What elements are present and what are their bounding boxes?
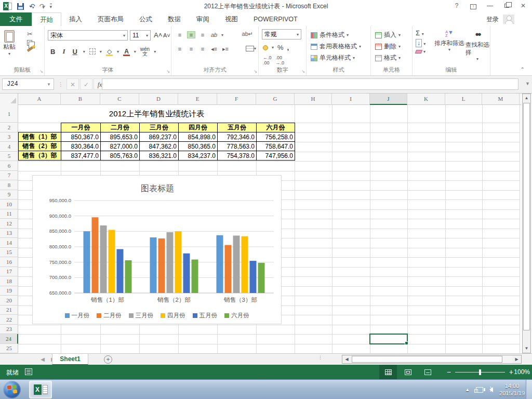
vertical-scrollbar[interactable]: ▲ ▼	[522, 94, 531, 353]
row-header-10[interactable]: 10	[0, 200, 18, 209]
copy-icon[interactable]	[27, 40, 32, 46]
zoom-slider-thumb[interactable]	[479, 369, 481, 375]
value-cell[interactable]: 792,346.0	[218, 132, 257, 142]
month-header-cell[interactable]: 六月份	[257, 123, 295, 132]
tab-file[interactable]: 文件	[0, 12, 32, 26]
restore-icon[interactable]	[500, 1, 513, 10]
find-select-button[interactable]: ●● 查找和选择 ▾	[466, 30, 489, 61]
row-header-17[interactable]: 17	[0, 267, 18, 277]
show-hidden-icons-icon[interactable]: ▲	[465, 387, 470, 392]
autosum-button[interactable]: Σ ▾	[416, 29, 425, 37]
sign-in-label[interactable]: 登录	[486, 15, 499, 24]
accounting-format-icon[interactable]	[263, 45, 268, 50]
row-header-7[interactable]: 7	[0, 171, 18, 181]
increase-decimal-icon[interactable]: ←.0.00	[263, 55, 272, 65]
shrink-font-icon[interactable]: A˅	[163, 32, 170, 38]
horizontal-scroll-thumb[interactable]	[352, 356, 502, 363]
cell-styles-button[interactable]: 单元格样式▾	[311, 53, 361, 63]
row-header-19[interactable]: 19	[0, 286, 18, 296]
dialog-launcher-icon[interactable]: ↘	[166, 69, 170, 74]
top-align-icon[interactable]: ≡	[176, 32, 184, 38]
scroll-right-icon[interactable]: ▶	[512, 355, 521, 363]
grow-font-icon[interactable]: A˄	[154, 31, 162, 39]
show-desktop-button[interactable]	[526, 380, 532, 399]
font-name-select[interactable]: 宋体▾	[48, 30, 128, 41]
data-table[interactable]: 一月份二月份三月份四月份五月份六月份销售（1）部850,367.0895,653…	[18, 123, 295, 161]
value-cell[interactable]: 747,956.0	[257, 151, 295, 161]
month-header-cell[interactable]: 五月份	[218, 123, 257, 132]
value-cell[interactable]: 756,258.0	[257, 132, 295, 142]
network-icon[interactable]	[476, 387, 483, 393]
close-icon[interactable]: ✕	[516, 1, 530, 10]
format-painter-icon[interactable]	[27, 46, 34, 52]
fill-color-icon[interactable]: ◇	[106, 48, 113, 55]
dialog-launcher-icon[interactable]: ↘	[39, 69, 43, 74]
value-cell[interactable]: 895,653.0	[101, 132, 140, 142]
sheet-tab-sheet1[interactable]: Sheet1	[52, 354, 88, 365]
zoom-slider[interactable]	[455, 372, 505, 373]
align-left-icon[interactable]: ≡	[176, 46, 184, 52]
scroll-up-icon[interactable]: ▲	[523, 94, 530, 102]
avatar[interactable]	[503, 15, 514, 24]
value-cell[interactable]: 834,237.0	[179, 151, 218, 161]
row-header-12[interactable]: 12	[0, 219, 18, 229]
align-center-icon[interactable]: ≡	[187, 46, 195, 52]
enter-icon[interactable]: ✓	[80, 78, 92, 90]
insert-cells-button[interactable]: 插入▾	[375, 30, 401, 40]
decrease-indent-icon[interactable]: ◂≡	[210, 46, 218, 52]
chevron-down-icon[interactable]: ▾	[134, 49, 136, 54]
row-header-15[interactable]: 15	[0, 248, 18, 258]
taskbar-clock[interactable]: 14:00 2015/1/19	[499, 382, 525, 397]
zoom-in-icon[interactable]: +	[509, 365, 513, 379]
sheet-grid[interactable]: 1234567891011121314151617181920212223242…	[0, 105, 521, 353]
column-header-F[interactable]: F	[217, 94, 256, 105]
italic-icon[interactable]: I	[61, 47, 66, 56]
value-cell[interactable]: 854,898.0	[179, 132, 218, 142]
column-header-E[interactable]: E	[178, 94, 217, 105]
phonetic-guide-icon[interactable]: wén文	[140, 47, 150, 56]
column-header-I[interactable]: I	[332, 94, 370, 105]
delete-cells-button[interactable]: 删除▾	[375, 42, 401, 51]
middle-align-icon[interactable]: ≡	[187, 31, 195, 38]
prev-sheet-icon[interactable]: ◀	[37, 354, 48, 365]
ribbon-display-options-icon[interactable]: ↑	[467, 1, 480, 10]
scroll-left-icon[interactable]: ◀	[342, 355, 351, 363]
chevron-down-icon[interactable]: ▾	[154, 49, 156, 54]
dept-label-cell[interactable]: 销售（3）部	[19, 151, 61, 161]
row-header-11[interactable]: 11	[0, 209, 18, 219]
row-header-21[interactable]: 21	[0, 305, 18, 315]
column-header-L[interactable]: L	[445, 94, 482, 105]
table-title[interactable]: 2012上半年销售业绩统计表	[19, 105, 295, 123]
column-header-B[interactable]: B	[61, 94, 100, 105]
fill-button[interactable]: ↓ ▾	[416, 39, 425, 47]
tab-公式[interactable]: 公式	[131, 12, 160, 26]
row-header-9[interactable]: 9	[0, 190, 18, 200]
row-header-3[interactable]: 3	[0, 132, 18, 142]
tab-视图[interactable]: 视图	[217, 12, 246, 26]
font-size-select[interactable]: 11▾	[130, 30, 151, 41]
sort-filter-button[interactable]: AZ▼ 排序和筛选 ▾	[434, 30, 464, 52]
name-box[interactable]: J24 ▼	[2, 78, 54, 90]
expand-formula-bar-icon[interactable]: ▼	[525, 81, 530, 86]
tab-splitter[interactable]: ⋮	[318, 356, 323, 360]
start-button[interactable]	[3, 381, 21, 398]
page-layout-view-button[interactable]	[399, 365, 417, 379]
chevron-down-icon[interactable]: ▾	[100, 49, 102, 54]
row-header-1[interactable]: 1	[0, 105, 18, 123]
zoom-out-icon[interactable]: −	[447, 365, 451, 379]
tab-开始[interactable]: 开始	[32, 12, 61, 26]
value-cell[interactable]: 837,477.0	[61, 151, 101, 161]
chevron-down-icon[interactable]: ▾	[117, 49, 119, 54]
chevron-down-icon[interactable]: ▼	[44, 82, 54, 87]
dialog-launcher-icon[interactable]: ↘	[254, 69, 257, 74]
value-cell[interactable]: 830,364.0	[61, 142, 101, 151]
month-header-cell[interactable]: 四月份	[179, 123, 218, 132]
value-cell[interactable]: 754,378.0	[218, 151, 257, 161]
macro-record-icon[interactable]	[25, 368, 32, 375]
row-header-4[interactable]: 4	[0, 142, 18, 152]
orientation-icon[interactable]: ab	[210, 32, 218, 38]
scroll-down-icon[interactable]: ▼	[523, 344, 530, 353]
row-header-5[interactable]: 5	[0, 152, 18, 162]
value-cell[interactable]: 850,365.0	[179, 142, 218, 151]
tab-数据[interactable]: 数据	[160, 12, 189, 26]
